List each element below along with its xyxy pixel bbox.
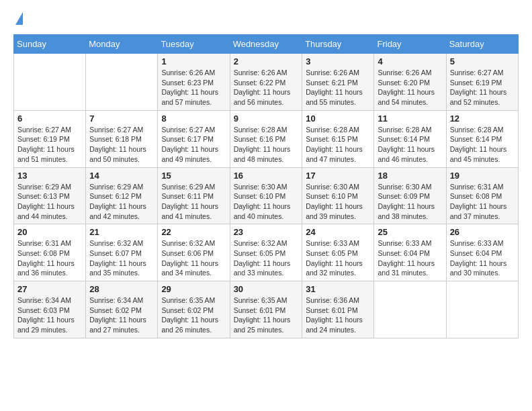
calendar-cell: 12Sunrise: 6:28 AM Sunset: 6:14 PM Dayli… bbox=[446, 110, 518, 167]
day-number: 17 bbox=[306, 171, 370, 181]
calendar-cell bbox=[446, 281, 518, 338]
day-number: 30 bbox=[234, 284, 299, 294]
day-number: 5 bbox=[450, 56, 515, 66]
day-info: Sunrise: 6:29 AM Sunset: 6:13 PM Dayligh… bbox=[17, 182, 82, 222]
calendar-cell: 14Sunrise: 6:29 AM Sunset: 6:12 PM Dayli… bbox=[86, 167, 158, 224]
calendar-week-3: 13Sunrise: 6:29 AM Sunset: 6:13 PM Dayli… bbox=[14, 167, 519, 224]
calendar-cell: 29Sunrise: 6:35 AM Sunset: 6:02 PM Dayli… bbox=[158, 281, 230, 338]
calendar-cell bbox=[86, 54, 158, 111]
day-info: Sunrise: 6:30 AM Sunset: 6:10 PM Dayligh… bbox=[234, 182, 299, 222]
day-info: Sunrise: 6:32 AM Sunset: 6:06 PM Dayligh… bbox=[161, 238, 226, 278]
calendar-cell bbox=[14, 54, 86, 111]
weekday-header-saturday: Saturday bbox=[446, 35, 518, 54]
day-number: 23 bbox=[234, 227, 299, 237]
day-info: Sunrise: 6:28 AM Sunset: 6:14 PM Dayligh… bbox=[378, 125, 442, 165]
calendar-cell: 24Sunrise: 6:33 AM Sunset: 6:05 PM Dayli… bbox=[302, 224, 374, 281]
calendar-cell: 1Sunrise: 6:26 AM Sunset: 6:23 PM Daylig… bbox=[158, 54, 230, 111]
calendar-cell: 20Sunrise: 6:31 AM Sunset: 6:08 PM Dayli… bbox=[14, 224, 86, 281]
calendar-cell: 5Sunrise: 6:27 AM Sunset: 6:19 PM Daylig… bbox=[446, 54, 518, 111]
day-info: Sunrise: 6:33 AM Sunset: 6:04 PM Dayligh… bbox=[450, 238, 515, 278]
calendar-week-2: 6Sunrise: 6:27 AM Sunset: 6:19 PM Daylig… bbox=[14, 110, 519, 167]
calendar-cell: 17Sunrise: 6:30 AM Sunset: 6:10 PM Dayli… bbox=[302, 167, 374, 224]
day-info: Sunrise: 6:26 AM Sunset: 6:23 PM Dayligh… bbox=[161, 68, 226, 107]
calendar-cell: 2Sunrise: 6:26 AM Sunset: 6:22 PM Daylig… bbox=[230, 54, 302, 111]
calendar-cell: 19Sunrise: 6:31 AM Sunset: 6:08 PM Dayli… bbox=[446, 167, 518, 224]
day-number: 29 bbox=[161, 284, 226, 294]
day-info: Sunrise: 6:34 AM Sunset: 6:03 PM Dayligh… bbox=[17, 295, 82, 335]
calendar-cell: 13Sunrise: 6:29 AM Sunset: 6:13 PM Dayli… bbox=[14, 167, 86, 224]
calendar-cell: 15Sunrise: 6:29 AM Sunset: 6:11 PM Dayli… bbox=[158, 167, 230, 224]
day-number: 19 bbox=[450, 171, 515, 181]
day-number: 12 bbox=[450, 113, 515, 124]
day-number: 22 bbox=[161, 227, 226, 237]
day-number: 13 bbox=[17, 171, 82, 181]
calendar-table: SundayMondayTuesdayWednesdayThursdayFrid… bbox=[13, 34, 519, 338]
day-info: Sunrise: 6:36 AM Sunset: 6:01 PM Dayligh… bbox=[306, 295, 370, 335]
day-info: Sunrise: 6:30 AM Sunset: 6:09 PM Dayligh… bbox=[378, 182, 442, 222]
day-info: Sunrise: 6:27 AM Sunset: 6:19 PM Dayligh… bbox=[450, 68, 515, 107]
calendar-cell: 25Sunrise: 6:33 AM Sunset: 6:04 PM Dayli… bbox=[374, 224, 446, 281]
day-number: 31 bbox=[306, 284, 370, 294]
day-info: Sunrise: 6:28 AM Sunset: 6:14 PM Dayligh… bbox=[450, 125, 515, 165]
day-info: Sunrise: 6:33 AM Sunset: 6:05 PM Dayligh… bbox=[306, 238, 370, 278]
day-info: Sunrise: 6:32 AM Sunset: 6:05 PM Dayligh… bbox=[234, 238, 299, 278]
day-number: 14 bbox=[89, 171, 154, 181]
day-number: 26 bbox=[450, 227, 515, 237]
weekday-header-tuesday: Tuesday bbox=[158, 35, 230, 54]
page-header bbox=[13, 13, 519, 28]
day-info: Sunrise: 6:29 AM Sunset: 6:11 PM Dayligh… bbox=[161, 182, 226, 222]
day-info: Sunrise: 6:31 AM Sunset: 6:08 PM Dayligh… bbox=[17, 238, 82, 278]
day-number: 25 bbox=[378, 227, 442, 237]
calendar-week-1: 1Sunrise: 6:26 AM Sunset: 6:23 PM Daylig… bbox=[14, 54, 519, 111]
day-number: 7 bbox=[89, 113, 154, 124]
calendar-cell: 11Sunrise: 6:28 AM Sunset: 6:14 PM Dayli… bbox=[374, 110, 446, 167]
calendar-cell: 10Sunrise: 6:28 AM Sunset: 6:15 PM Dayli… bbox=[302, 110, 374, 167]
day-info: Sunrise: 6:27 AM Sunset: 6:18 PM Dayligh… bbox=[89, 125, 154, 165]
day-info: Sunrise: 6:30 AM Sunset: 6:10 PM Dayligh… bbox=[306, 182, 370, 222]
calendar-cell: 26Sunrise: 6:33 AM Sunset: 6:04 PM Dayli… bbox=[446, 224, 518, 281]
day-number: 15 bbox=[161, 171, 226, 181]
day-info: Sunrise: 6:33 AM Sunset: 6:04 PM Dayligh… bbox=[378, 238, 442, 278]
calendar-cell: 16Sunrise: 6:30 AM Sunset: 6:10 PM Dayli… bbox=[230, 167, 302, 224]
day-info: Sunrise: 6:27 AM Sunset: 6:17 PM Dayligh… bbox=[161, 125, 226, 165]
calendar-cell: 6Sunrise: 6:27 AM Sunset: 6:19 PM Daylig… bbox=[14, 110, 86, 167]
day-info: Sunrise: 6:34 AM Sunset: 6:02 PM Dayligh… bbox=[89, 295, 154, 335]
day-number: 21 bbox=[89, 227, 154, 237]
calendar-cell: 23Sunrise: 6:32 AM Sunset: 6:05 PM Dayli… bbox=[230, 224, 302, 281]
day-number: 28 bbox=[89, 284, 154, 294]
day-info: Sunrise: 6:26 AM Sunset: 6:21 PM Dayligh… bbox=[306, 68, 370, 107]
calendar-week-5: 27Sunrise: 6:34 AM Sunset: 6:03 PM Dayli… bbox=[14, 281, 519, 338]
calendar-week-4: 20Sunrise: 6:31 AM Sunset: 6:08 PM Dayli… bbox=[14, 224, 519, 281]
day-info: Sunrise: 6:26 AM Sunset: 6:20 PM Dayligh… bbox=[378, 68, 442, 107]
day-number: 9 bbox=[234, 113, 299, 124]
calendar-cell bbox=[374, 281, 446, 338]
day-number: 3 bbox=[306, 56, 370, 66]
day-info: Sunrise: 6:26 AM Sunset: 6:22 PM Dayligh… bbox=[234, 68, 299, 107]
day-info: Sunrise: 6:35 AM Sunset: 6:01 PM Dayligh… bbox=[234, 295, 299, 335]
day-number: 10 bbox=[306, 113, 370, 124]
day-info: Sunrise: 6:29 AM Sunset: 6:12 PM Dayligh… bbox=[89, 182, 154, 222]
calendar-cell: 3Sunrise: 6:26 AM Sunset: 6:21 PM Daylig… bbox=[302, 54, 374, 111]
day-info: Sunrise: 6:27 AM Sunset: 6:19 PM Dayligh… bbox=[17, 125, 82, 165]
day-number: 24 bbox=[306, 227, 370, 237]
weekday-header-thursday: Thursday bbox=[302, 35, 374, 54]
calendar-cell: 7Sunrise: 6:27 AM Sunset: 6:18 PM Daylig… bbox=[86, 110, 158, 167]
logo bbox=[13, 13, 23, 28]
calendar-cell: 8Sunrise: 6:27 AM Sunset: 6:17 PM Daylig… bbox=[158, 110, 230, 167]
calendar-header-row: SundayMondayTuesdayWednesdayThursdayFrid… bbox=[14, 35, 519, 54]
day-number: 2 bbox=[234, 56, 299, 66]
weekday-header-friday: Friday bbox=[374, 35, 446, 54]
day-info: Sunrise: 6:32 AM Sunset: 6:07 PM Dayligh… bbox=[89, 238, 154, 278]
weekday-header-sunday: Sunday bbox=[14, 35, 86, 54]
day-number: 16 bbox=[234, 171, 299, 181]
day-number: 18 bbox=[378, 171, 442, 181]
day-number: 11 bbox=[378, 113, 442, 124]
day-number: 1 bbox=[161, 56, 226, 66]
weekday-header-wednesday: Wednesday bbox=[230, 35, 302, 54]
day-info: Sunrise: 6:35 AM Sunset: 6:02 PM Dayligh… bbox=[161, 295, 226, 335]
day-number: 8 bbox=[161, 113, 226, 124]
calendar-cell: 28Sunrise: 6:34 AM Sunset: 6:02 PM Dayli… bbox=[86, 281, 158, 338]
calendar-cell: 21Sunrise: 6:32 AM Sunset: 6:07 PM Dayli… bbox=[86, 224, 158, 281]
calendar-cell: 30Sunrise: 6:35 AM Sunset: 6:01 PM Dayli… bbox=[230, 281, 302, 338]
calendar-cell: 18Sunrise: 6:30 AM Sunset: 6:09 PM Dayli… bbox=[374, 167, 446, 224]
